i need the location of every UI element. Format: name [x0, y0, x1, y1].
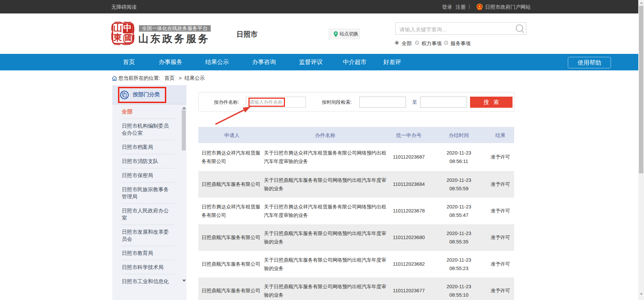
- svg-text:東: 東: [113, 33, 122, 42]
- svg-text:中: 中: [123, 23, 132, 32]
- svg-text:國: 國: [125, 34, 131, 42]
- svg-text:山: 山: [113, 23, 122, 33]
